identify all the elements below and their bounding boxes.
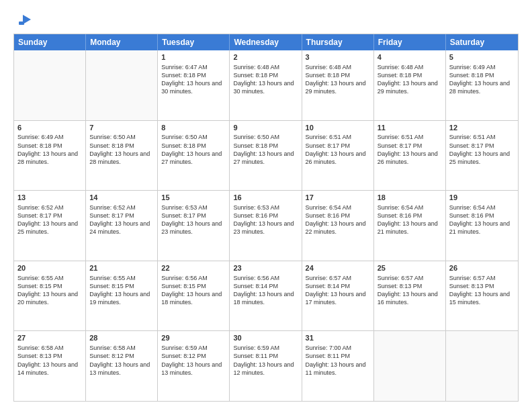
- svg-rect-1: [19, 21, 24, 25]
- day-info: Sunrise: 6:58 AM Sunset: 8:12 PM Dayligh…: [89, 344, 154, 377]
- weekday-header: Saturday: [446, 34, 518, 50]
- calendar-cell: [374, 331, 446, 401]
- calendar-cell: 8Sunrise: 6:50 AM Sunset: 8:18 PM Daylig…: [158, 121, 230, 191]
- day-number: 4: [378, 52, 442, 62]
- day-number: 1: [161, 52, 226, 62]
- weekday-header: Thursday: [302, 34, 374, 50]
- day-number: 14: [89, 193, 154, 203]
- calendar-cell: 3Sunrise: 6:48 AM Sunset: 8:18 PM Daylig…: [302, 50, 374, 120]
- day-info: Sunrise: 6:50 AM Sunset: 8:18 PM Dayligh…: [161, 133, 226, 166]
- weekday-header: Wednesday: [230, 34, 302, 50]
- day-info: Sunrise: 6:47 AM Sunset: 8:18 PM Dayligh…: [161, 63, 226, 96]
- day-number: 7: [89, 123, 154, 133]
- calendar-header-row: SundayMondayTuesdayWednesdayThursdayFrid…: [14, 34, 518, 50]
- day-number: 16: [233, 193, 298, 203]
- day-number: 13: [17, 193, 82, 203]
- day-number: 29: [161, 333, 226, 343]
- day-info: Sunrise: 6:53 AM Sunset: 8:17 PM Dayligh…: [161, 203, 226, 236]
- day-info: Sunrise: 6:59 AM Sunset: 8:12 PM Dayligh…: [161, 344, 226, 377]
- calendar-cell: 5Sunrise: 6:49 AM Sunset: 8:18 PM Daylig…: [446, 50, 518, 120]
- day-number: 20: [17, 263, 82, 273]
- calendar-cell: 17Sunrise: 6:54 AM Sunset: 8:16 PM Dayli…: [302, 191, 374, 261]
- calendar-cell: 4Sunrise: 6:48 AM Sunset: 8:18 PM Daylig…: [374, 50, 446, 120]
- calendar-week-row: 6Sunrise: 6:49 AM Sunset: 8:18 PM Daylig…: [14, 120, 518, 191]
- calendar-cell: 12Sunrise: 6:51 AM Sunset: 8:17 PM Dayli…: [446, 121, 518, 191]
- day-info: Sunrise: 6:57 AM Sunset: 8:13 PM Dayligh…: [449, 274, 515, 307]
- day-number: 5: [449, 52, 515, 62]
- day-info: Sunrise: 6:48 AM Sunset: 8:18 PM Dayligh…: [233, 63, 298, 96]
- day-number: 3: [306, 52, 370, 62]
- day-number: 10: [306, 123, 370, 133]
- day-number: 28: [89, 333, 154, 343]
- day-info: Sunrise: 6:55 AM Sunset: 8:15 PM Dayligh…: [89, 274, 154, 307]
- calendar-cell: 18Sunrise: 6:54 AM Sunset: 8:16 PM Dayli…: [374, 191, 446, 261]
- calendar-week-row: 20Sunrise: 6:55 AM Sunset: 8:15 PM Dayli…: [14, 261, 518, 331]
- day-info: Sunrise: 6:51 AM Sunset: 8:17 PM Dayligh…: [449, 133, 515, 166]
- day-info: Sunrise: 6:52 AM Sunset: 8:17 PM Dayligh…: [89, 203, 154, 236]
- calendar-cell: 25Sunrise: 6:57 AM Sunset: 8:13 PM Dayli…: [374, 261, 446, 331]
- day-info: Sunrise: 6:53 AM Sunset: 8:16 PM Dayligh…: [233, 203, 298, 236]
- calendar-cell: 7Sunrise: 6:50 AM Sunset: 8:18 PM Daylig…: [86, 121, 158, 191]
- calendar-cell: 22Sunrise: 6:56 AM Sunset: 8:15 PM Dayli…: [158, 261, 230, 331]
- day-number: 11: [378, 123, 442, 133]
- calendar-cell: 1Sunrise: 6:47 AM Sunset: 8:18 PM Daylig…: [158, 50, 230, 120]
- calendar-page: SundayMondayTuesdayWednesdayThursdayFrid…: [0, 0, 532, 411]
- day-number: 25: [378, 263, 442, 273]
- day-info: Sunrise: 6:52 AM Sunset: 8:17 PM Dayligh…: [17, 203, 82, 236]
- calendar-cell: 19Sunrise: 6:54 AM Sunset: 8:16 PM Dayli…: [446, 191, 518, 261]
- day-info: Sunrise: 6:48 AM Sunset: 8:18 PM Dayligh…: [378, 63, 442, 96]
- day-info: Sunrise: 6:54 AM Sunset: 8:16 PM Dayligh…: [306, 203, 370, 236]
- calendar-cell: 30Sunrise: 6:59 AM Sunset: 8:11 PM Dayli…: [230, 331, 302, 401]
- day-info: Sunrise: 6:56 AM Sunset: 8:15 PM Dayligh…: [161, 274, 226, 307]
- day-number: 18: [378, 193, 442, 203]
- calendar-cell: 15Sunrise: 6:53 AM Sunset: 8:17 PM Dayli…: [158, 191, 230, 261]
- day-number: 9: [233, 123, 298, 133]
- day-info: Sunrise: 6:57 AM Sunset: 8:13 PM Dayligh…: [378, 274, 442, 307]
- day-info: Sunrise: 6:51 AM Sunset: 8:17 PM Dayligh…: [378, 133, 442, 166]
- day-info: Sunrise: 6:54 AM Sunset: 8:16 PM Dayligh…: [449, 203, 515, 236]
- day-number: 2: [233, 52, 298, 62]
- calendar-cell: 29Sunrise: 6:59 AM Sunset: 8:12 PM Dayli…: [158, 331, 230, 401]
- calendar-cell: 31Sunrise: 7:00 AM Sunset: 8:11 PM Dayli…: [302, 331, 374, 401]
- day-info: Sunrise: 6:54 AM Sunset: 8:16 PM Dayligh…: [378, 203, 442, 236]
- calendar-cell: 24Sunrise: 6:57 AM Sunset: 8:14 PM Dayli…: [302, 261, 374, 331]
- day-number: 31: [306, 333, 370, 343]
- calendar-cell: 6Sunrise: 6:49 AM Sunset: 8:18 PM Daylig…: [14, 121, 86, 191]
- logo: [13, 12, 32, 27]
- calendar-week-row: 1Sunrise: 6:47 AM Sunset: 8:18 PM Daylig…: [14, 50, 518, 120]
- day-number: 8: [161, 123, 226, 133]
- weekday-header: Tuesday: [158, 34, 230, 50]
- day-number: 27: [17, 333, 82, 343]
- day-info: Sunrise: 6:56 AM Sunset: 8:14 PM Dayligh…: [233, 274, 298, 307]
- calendar-cell: 23Sunrise: 6:56 AM Sunset: 8:14 PM Dayli…: [230, 261, 302, 331]
- calendar-week-row: 13Sunrise: 6:52 AM Sunset: 8:17 PM Dayli…: [14, 190, 518, 261]
- day-number: 30: [233, 333, 298, 343]
- day-info: Sunrise: 6:50 AM Sunset: 8:18 PM Dayligh…: [89, 133, 154, 166]
- day-info: Sunrise: 6:57 AM Sunset: 8:14 PM Dayligh…: [306, 274, 370, 307]
- calendar: SundayMondayTuesdayWednesdayThursdayFrid…: [13, 34, 519, 402]
- day-info: Sunrise: 6:55 AM Sunset: 8:15 PM Dayligh…: [17, 274, 82, 307]
- day-info: Sunrise: 6:51 AM Sunset: 8:17 PM Dayligh…: [306, 133, 370, 166]
- calendar-cell: [14, 50, 86, 120]
- calendar-cell: 21Sunrise: 6:55 AM Sunset: 8:15 PM Dayli…: [86, 261, 158, 331]
- calendar-cell: 20Sunrise: 6:55 AM Sunset: 8:15 PM Dayli…: [14, 261, 86, 331]
- day-number: 23: [233, 263, 298, 273]
- day-info: Sunrise: 6:59 AM Sunset: 8:11 PM Dayligh…: [233, 344, 298, 377]
- day-number: 6: [17, 123, 82, 133]
- calendar-cell: 2Sunrise: 6:48 AM Sunset: 8:18 PM Daylig…: [230, 50, 302, 120]
- calendar-cell: 16Sunrise: 6:53 AM Sunset: 8:16 PM Dayli…: [230, 191, 302, 261]
- calendar-cell: 14Sunrise: 6:52 AM Sunset: 8:17 PM Dayli…: [86, 191, 158, 261]
- day-number: 17: [306, 193, 370, 203]
- calendar-cell: 13Sunrise: 6:52 AM Sunset: 8:17 PM Dayli…: [14, 191, 86, 261]
- day-info: Sunrise: 6:49 AM Sunset: 8:18 PM Dayligh…: [17, 133, 82, 166]
- day-info: Sunrise: 6:58 AM Sunset: 8:13 PM Dayligh…: [17, 344, 82, 377]
- day-info: Sunrise: 6:50 AM Sunset: 8:18 PM Dayligh…: [233, 133, 298, 166]
- day-number: 26: [449, 263, 515, 273]
- header: [13, 12, 519, 27]
- calendar-cell: 11Sunrise: 6:51 AM Sunset: 8:17 PM Dayli…: [374, 121, 446, 191]
- day-number: 19: [449, 193, 515, 203]
- calendar-cell: 26Sunrise: 6:57 AM Sunset: 8:13 PM Dayli…: [446, 261, 518, 331]
- logo-icon: [17, 12, 32, 27]
- day-number: 21: [89, 263, 154, 273]
- calendar-cell: 10Sunrise: 6:51 AM Sunset: 8:17 PM Dayli…: [302, 121, 374, 191]
